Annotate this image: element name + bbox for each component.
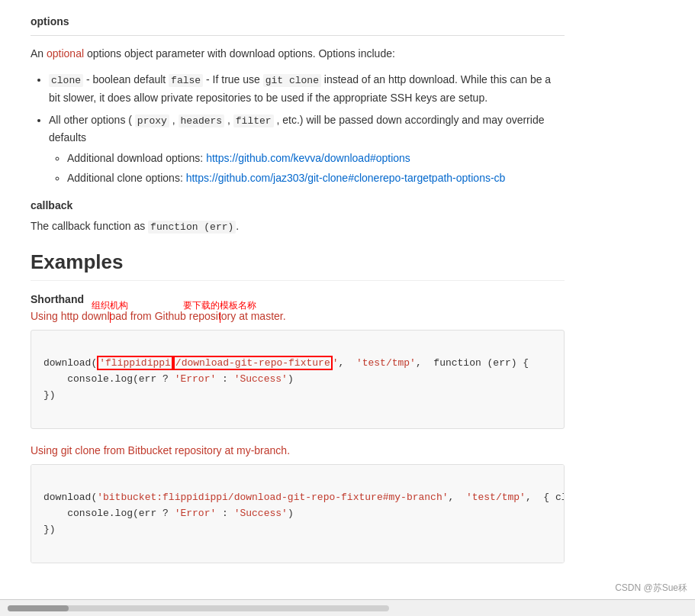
examples-section: Examples Shorthand Using http download f… xyxy=(31,250,565,563)
shorthand-code-block: download('flippidippi/download-git-repo-… xyxy=(31,330,565,429)
clone-options-link[interactable]: https://github.com/jaz303/git-clone#clon… xyxy=(186,172,506,184)
bitbucket-subsection: Using git clone from Bitbucket repositor… xyxy=(31,444,565,563)
annotation-template: 要下载的模板名称 xyxy=(183,299,256,323)
headers-code: headers xyxy=(179,114,225,127)
comma1: , xyxy=(172,114,179,126)
scrollbar-thumb[interactable] xyxy=(8,605,69,611)
section-divider xyxy=(31,35,565,36)
clone-code: clone xyxy=(49,74,83,87)
sub-options-list: Additional download options: https://git… xyxy=(49,150,565,187)
annotation-org: 组织机构 xyxy=(92,299,128,323)
bitbucket-desc: Using git clone from Bitbucket repositor… xyxy=(31,444,565,456)
bitbucket-code-block: download('bitbucket:flippidippi/download… xyxy=(31,464,565,563)
filter-code: filter xyxy=(233,114,274,127)
options-intro: An optional options object parameter wit… xyxy=(31,45,565,62)
options-title: options xyxy=(31,15,565,27)
download-options-link[interactable]: https://github.com/kevva/download#option… xyxy=(206,152,410,164)
comma2: , xyxy=(227,114,233,126)
optional-text: optional xyxy=(47,47,84,60)
callback-code: function (err) xyxy=(148,221,236,234)
option-clone: clone - boolean default false - If true … xyxy=(49,71,565,106)
clone-options-text: Additional clone options: xyxy=(67,172,186,184)
bottom-bar xyxy=(0,599,695,616)
option-other: All other options ( proxy , headers , fi… xyxy=(49,111,565,187)
git-clone-code: git clone xyxy=(263,74,321,87)
shorthand-code-wrapper: 组织机构 要下载的模板名称 download('flippidippi/down… xyxy=(31,330,565,429)
callback-desc: The callback function as function (err). xyxy=(31,218,565,236)
template-highlight: /download-git-repo-fixture xyxy=(173,356,333,370)
examples-heading: Examples xyxy=(31,250,565,281)
clone-options-item: Additional clone options: https://github… xyxy=(67,169,565,186)
download-options-text: Additional download options: xyxy=(67,152,206,164)
clone-desc: - boolean default xyxy=(86,73,169,85)
options-section: options An optional options object param… xyxy=(31,15,565,187)
options-list: clone - boolean default false - If true … xyxy=(31,71,565,186)
proxy-code: proxy xyxy=(135,114,169,127)
scrollbar-track[interactable] xyxy=(8,605,389,611)
csdn-watermark: CSDN @苏Sue秝 xyxy=(615,582,687,595)
org-highlight: 'flippidippi xyxy=(97,356,173,370)
callback-title: callback xyxy=(31,199,565,211)
all-other-text: All other options ( xyxy=(49,114,135,126)
download-options-item: Additional download options: https://git… xyxy=(67,150,565,166)
download-call: download('flippidippi/download-git-repo-… xyxy=(43,356,529,401)
false-code: false xyxy=(169,74,203,87)
clone-desc2: - If true use xyxy=(206,73,263,85)
callback-section: callback The callback function as functi… xyxy=(31,199,565,236)
shorthand-subsection: Shorthand Using http download from Githu… xyxy=(31,293,565,429)
bitbucket-call: download('bitbucket:flippidippi/download… xyxy=(43,492,565,535)
